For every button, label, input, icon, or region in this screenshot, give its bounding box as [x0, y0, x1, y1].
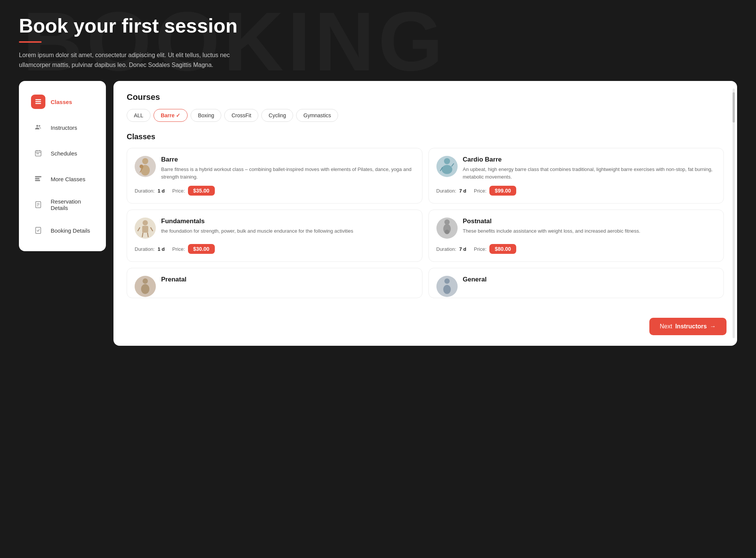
price-badge-postnatal[interactable]: $80.00 [489, 244, 516, 254]
class-card-general[interactable]: General [428, 268, 724, 298]
svg-rect-13 [35, 180, 40, 181]
sidebar-item-classes[interactable]: Classes [23, 89, 102, 114]
header-description: Lorem ipsum dolor sit amet, consectetur … [19, 50, 238, 70]
svg-point-33 [444, 219, 450, 225]
price-badge-barre[interactable]: $35.00 [188, 186, 215, 196]
class-desc-postnatal: These benefits include assistance with w… [463, 227, 641, 235]
main-layout: Classes Instructors [19, 81, 737, 346]
class-avatar-general [436, 276, 458, 297]
class-info-cardio-barre: Cardio Barre An upbeat, high energy barr… [463, 156, 716, 180]
class-desc-cardio-barre: An upbeat, high energy barre class that … [463, 166, 716, 180]
svg-point-24 [442, 165, 452, 174]
svg-line-32 [147, 233, 148, 237]
next-instructors-button[interactable]: Next Instructors → [649, 318, 727, 335]
sidebar: Classes Instructors [19, 81, 106, 251]
svg-point-4 [39, 125, 40, 127]
svg-rect-18 [36, 227, 40, 234]
svg-line-29 [138, 227, 140, 231]
class-card-fundamentals[interactable]: Fundamentals the foundation for strength… [127, 210, 422, 262]
filter-tab-barre[interactable]: Barre ✓ [154, 109, 188, 122]
duration-value-fundamentals: 1 d [158, 246, 165, 252]
sidebar-label-more-classes: More Classes [51, 176, 85, 182]
class-card-header-cardio-barre: Cardio Barre An upbeat, high energy barr… [436, 156, 716, 180]
sidebar-item-schedules[interactable]: Schedules [23, 141, 102, 166]
sidebar-label-schedules: Schedules [51, 150, 77, 157]
class-name-cardio-barre: Cardio Barre [463, 156, 716, 163]
next-button-bold-text: Instructors [675, 323, 707, 330]
svg-rect-9 [37, 153, 38, 154]
svg-point-3 [36, 125, 38, 127]
class-avatar-prenatal [135, 276, 156, 297]
class-card-postnatal[interactable]: Postnatal These benefits include assista… [428, 210, 724, 262]
duration-value-cardio: 7 d [459, 188, 466, 194]
svg-rect-28 [142, 226, 148, 233]
class-avatar-barre [135, 156, 156, 177]
class-card-header-postnatal: Postnatal These benefits include assista… [436, 218, 716, 239]
sidebar-label-instructors: Instructors [51, 124, 77, 131]
svg-line-30 [151, 227, 153, 231]
class-avatar-fundamentals [135, 218, 156, 239]
svg-rect-12 [35, 178, 40, 179]
instructors-icon [31, 120, 45, 135]
price-label-cardio: Price: [474, 188, 486, 194]
svg-rect-0 [36, 99, 41, 101]
filter-tab-crossfit[interactable]: CrossFit [224, 109, 258, 122]
filter-tabs: ALL Barre ✓ Boxing CrossFit Cycling Gymn… [127, 109, 724, 122]
class-name-general: General [463, 276, 487, 283]
svg-rect-1 [36, 101, 41, 103]
class-card-header-fundamentals: Fundamentals the foundation for strength… [135, 218, 414, 239]
price-label-barre: Price: [172, 188, 185, 194]
courses-section-title: Courses [127, 92, 724, 102]
duration-label-cardio: Duration: [436, 188, 456, 194]
svg-rect-2 [36, 103, 41, 104]
class-card-header-prenatal: Prenatal [135, 276, 414, 297]
schedules-icon [31, 146, 45, 160]
duration-value-postnatal: 7 d [459, 246, 466, 252]
class-card-cardio-barre[interactable]: Cardio Barre An upbeat, high energy barr… [428, 148, 724, 204]
sidebar-item-instructors[interactable]: Instructors [23, 115, 102, 140]
class-name-barre: Barre [161, 156, 414, 163]
content-area: Courses ALL Barre ✓ Boxing CrossFit Cycl… [113, 81, 737, 346]
filter-tab-boxing[interactable]: Boxing [191, 109, 221, 122]
class-footer-postnatal: Duration: 7 d Price: $80.00 [436, 244, 716, 254]
svg-point-36 [143, 278, 148, 284]
class-card-prenatal[interactable]: Prenatal [127, 268, 422, 298]
sidebar-item-booking-details[interactable]: Booking Details [23, 218, 102, 243]
class-footer-fundamentals: Duration: 1 d Price: $30.00 [135, 244, 414, 254]
class-name-prenatal: Prenatal [161, 276, 186, 283]
class-name-fundamentals: Fundamentals [161, 218, 353, 225]
class-info-barre: Barre Barre fitness is a hybrid workout … [161, 156, 414, 180]
classes-icon [31, 95, 45, 109]
class-avatar-cardio-barre [436, 156, 458, 177]
filter-tab-all[interactable]: ALL [127, 109, 151, 122]
price-badge-cardio-barre[interactable]: $99.00 [489, 186, 516, 196]
more-classes-icon [31, 172, 45, 186]
sidebar-item-more-classes[interactable]: More Classes [23, 166, 102, 191]
scrollbar-thumb[interactable] [733, 92, 735, 123]
filter-tab-cycling[interactable]: Cycling [261, 109, 293, 122]
svg-point-23 [444, 158, 450, 164]
class-info-general: General [463, 276, 487, 286]
page-header: Book your first session Lorem ipsum dolo… [19, 15, 737, 70]
filter-tab-gymnastics[interactable]: Gymnastics [296, 109, 338, 122]
svg-rect-10 [38, 153, 39, 154]
booking-icon [31, 223, 45, 238]
sidebar-item-reservation-details[interactable]: Reservation Details [23, 192, 102, 217]
sidebar-label-classes: Classes [51, 99, 72, 105]
next-button-arrow: → [710, 323, 716, 330]
class-footer-cardio-barre: Duration: 7 d Price: $99.00 [436, 186, 716, 196]
next-button-normal-text: Next [660, 323, 672, 330]
classes-grid: Barre Barre fitness is a hybrid workout … [127, 148, 724, 298]
class-info-fundamentals: Fundamentals the foundation for strength… [161, 218, 353, 235]
page-title: Book your first session [19, 15, 737, 37]
sidebar-label-booking-details: Booking Details [51, 227, 90, 234]
class-footer-barre: Duration: 1 d Price: $35.00 [135, 186, 414, 196]
duration-label-barre: Duration: [135, 188, 155, 194]
svg-point-27 [143, 220, 148, 225]
price-badge-fundamentals[interactable]: $30.00 [188, 244, 215, 254]
scrollbar-track[interactable] [733, 89, 735, 338]
class-card-header-general: General [436, 276, 716, 297]
class-card-header-barre: Barre Barre fitness is a hybrid workout … [135, 156, 414, 180]
header-underline [19, 41, 42, 43]
class-card-barre[interactable]: Barre Barre fitness is a hybrid workout … [127, 148, 422, 204]
